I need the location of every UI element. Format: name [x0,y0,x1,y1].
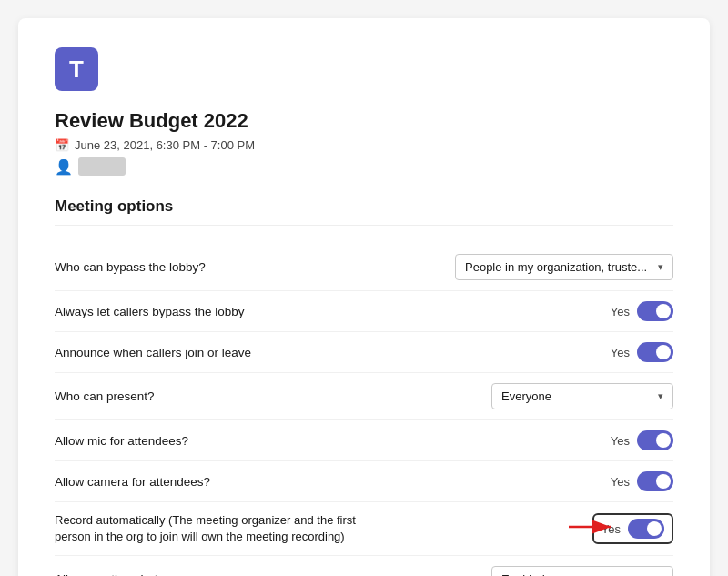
teams-logo: T [55,47,673,109]
options-table: Who can bypass the lobby? People in my o… [55,244,673,576]
announce-label: Yes [611,346,630,359]
always-bypass-toggle-group: Yes [611,301,673,321]
meeting-datetime: 📅 June 23, 2021, 6:30 PM - 7:00 PM [55,138,673,152]
table-row: Allow meeting chat Enabled ▾ [55,556,673,576]
chevron-down-icon: ▾ [658,390,663,402]
option-control-who-present: Everyone ▾ [395,373,673,420]
allow-camera-label: Yes [611,475,630,489]
option-label-who-present: Who can present? [55,373,395,420]
table-row: Allow camera for attendees? Yes [55,461,673,502]
allow-mic-toggle[interactable] [637,430,673,450]
option-label-allow-camera: Allow camera for attendees? [55,461,395,502]
table-row: Who can present? Everyone ▾ [55,373,673,420]
meeting-title: Review Budget 2022 [55,109,673,133]
table-row: Allow mic for attendees? Yes [55,420,673,461]
table-row: Always let callers bypass the lobby Yes [55,291,673,332]
table-row: Record automatically (The meeting organi… [55,502,673,556]
option-label-announce: Announce when callers join or leave [55,332,395,373]
meeting-options-card: T Review Budget 2022 📅 June 23, 2021, 6:… [18,18,710,576]
allow-camera-toggle[interactable] [637,471,673,491]
chevron-down-icon: ▾ [658,261,663,273]
announce-toggle-group: Yes [611,342,673,362]
organizer-avatar [78,157,126,176]
announce-toggle[interactable] [637,342,673,362]
allow-mic-label: Yes [611,434,630,448]
who-present-dropdown[interactable]: Everyone ▾ [491,383,673,409]
option-label-always-bypass: Always let callers bypass the lobby [55,291,395,332]
meeting-organizer: 👤 [55,157,673,176]
option-label-bypass-lobby: Who can bypass the lobby? [55,244,395,291]
option-control-allow-camera: Yes [395,461,673,502]
table-row: Announce when callers join or leave Yes [55,332,673,373]
option-control-allow-mic: Yes [395,420,673,461]
always-bypass-toggle[interactable] [637,301,673,321]
svg-text:T: T [69,56,84,83]
always-bypass-label: Yes [611,305,630,318]
option-label-record-auto: Record automatically (The meeting organi… [55,502,395,556]
option-control-record-auto: Yes [395,502,673,556]
table-row: Who can bypass the lobby? People in my o… [55,244,673,291]
section-title: Meeting options [55,197,673,226]
option-control-announce: Yes [395,332,673,373]
calendar-icon: 📅 [55,138,69,152]
record-auto-toggle[interactable] [628,519,664,539]
option-control-meeting-chat: Enabled ▾ [395,556,673,576]
allow-mic-toggle-group: Yes [611,430,673,450]
meeting-chat-dropdown[interactable]: Enabled ▾ [491,566,673,576]
option-label-meeting-chat: Allow meeting chat [55,556,395,576]
option-label-allow-mic: Allow mic for attendees? [55,420,395,461]
option-control-bypass-lobby: People in my organization, truste... ▾ [395,244,673,291]
option-control-always-bypass: Yes [395,291,673,332]
arrow-indicator [569,513,619,544]
bypass-lobby-dropdown[interactable]: People in my organization, truste... ▾ [455,254,673,280]
allow-camera-toggle-group: Yes [611,471,673,491]
person-icon: 👤 [55,158,73,176]
